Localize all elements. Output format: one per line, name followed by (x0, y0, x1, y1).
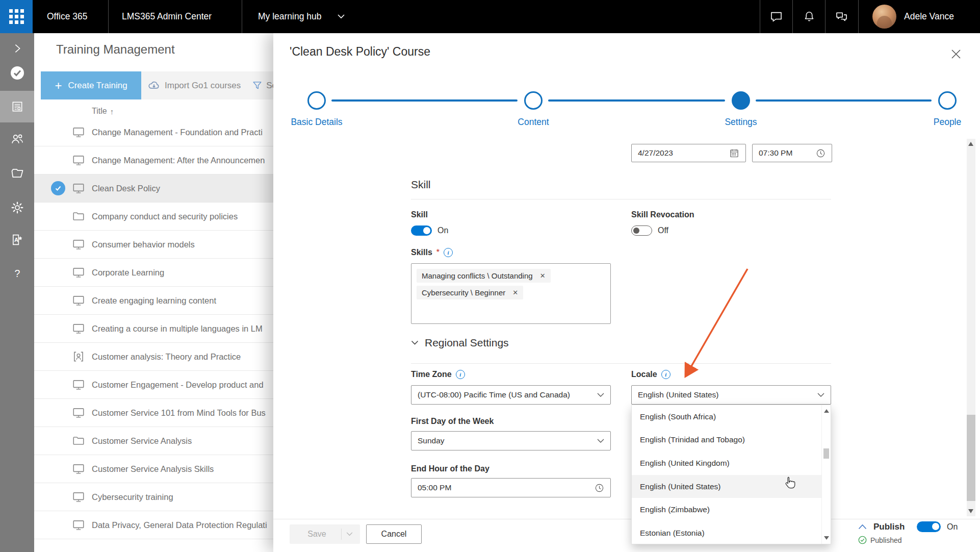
step-label[interactable]: Content (493, 117, 574, 128)
avatar[interactable] (872, 5, 896, 29)
stepper-step[interactable]: Settings (700, 91, 782, 128)
skill-tag-label: Managing conflicts \ Outstanding (422, 271, 533, 280)
course-row[interactable]: Creating a course in multiple languages … (34, 315, 273, 343)
cancel-button[interactable]: Cancel (366, 524, 422, 544)
start-date-input[interactable]: 4/27/2023 (631, 144, 746, 162)
nav-people[interactable] (0, 124, 34, 153)
info-icon[interactable]: i (444, 248, 453, 257)
step-circle-icon[interactable] (524, 91, 543, 110)
skill-revocation-state: Off (658, 226, 668, 235)
course-row[interactable]: Change Management: After the Announcemen (34, 146, 273, 174)
learning-hub-menu[interactable]: My learning hub (258, 0, 322, 33)
stepper-step[interactable]: Content (493, 91, 574, 128)
search-button[interactable]: Se (266, 81, 273, 91)
locale-option[interactable]: English (South Africa) (632, 405, 831, 429)
scrollbar-thumb[interactable] (967, 415, 975, 501)
chat-button[interactable] (760, 0, 792, 33)
import-go1-button[interactable]: Import Go1 courses (165, 81, 241, 91)
column-header-title[interactable]: Title ↑ (92, 107, 114, 116)
course-row[interactable]: Customer Service 101 from Mind Tools for… (34, 399, 273, 427)
locale-option[interactable]: English (Trinidad and Tobago) (632, 429, 831, 452)
nav-translation[interactable]: A (0, 225, 34, 254)
scroll-up-arrow[interactable] (824, 409, 829, 413)
timezone-select[interactable]: (UTC-08:00) Pacific Time (US and Canada) (411, 385, 611, 405)
office365-link[interactable]: Office 365 (47, 0, 87, 33)
close-button[interactable] (949, 47, 963, 61)
scrollbar-thumb[interactable] (823, 448, 829, 459)
course-row[interactable]: Customer analysis: Theory and Practice (34, 343, 273, 371)
skills-input[interactable]: Managing conflicts \ Outstanding ✕ Cyber… (411, 263, 611, 324)
publish-toggle[interactable] (917, 521, 941, 532)
locale-option-label: English (Trinidad and Tobago) (640, 435, 745, 444)
app-launcher-button[interactable] (0, 0, 33, 33)
course-row[interactable]: Corporate Learning (34, 259, 273, 287)
course-title: Company conduct and security policies (92, 212, 273, 221)
nav-course-catalog[interactable] (0, 159, 34, 188)
lms365-admin-app: Office 365 LMS365 Admin Center My learni… (0, 0, 980, 552)
scroll-down-arrow[interactable] (968, 509, 973, 513)
remove-tag-icon[interactable]: ✕ (540, 272, 546, 280)
course-row[interactable]: Company conduct and security policies (34, 203, 273, 231)
first-day-select[interactable]: Sunday (411, 431, 611, 450)
course-row[interactable]: Customer Service Analysis Skills (34, 455, 273, 483)
course-row[interactable]: Customer Service Analysis (34, 427, 273, 455)
modal-scrollbar[interactable] (967, 139, 975, 516)
start-time-input[interactable]: 07:30 PM (752, 144, 832, 162)
course-monitor-icon (71, 406, 86, 420)
save-button[interactable]: Save (290, 524, 360, 544)
locale-select[interactable]: English (United States) (631, 385, 831, 405)
nav-lms365-home[interactable] (0, 59, 34, 87)
course-row[interactable]: Cybersecurity training (34, 483, 273, 511)
info-icon[interactable]: i (456, 370, 465, 379)
user-name[interactable]: Adele Vance (904, 0, 954, 33)
step-label[interactable]: Basic Details (276, 117, 357, 128)
stepper-step[interactable]: Basic Details (276, 91, 357, 128)
locale-option[interactable]: English (United States) (632, 475, 831, 498)
course-row[interactable]: Consumer behavior models (34, 231, 273, 259)
step-circle-icon[interactable] (732, 91, 750, 110)
skill-revocation-toggle[interactable] (631, 225, 652, 236)
step-label[interactable]: Settings (700, 117, 782, 128)
course-title: Create engaging learning content (92, 296, 273, 306)
regional-settings-heading[interactable]: Regional Settings (411, 337, 509, 349)
stepper-line (756, 99, 932, 102)
create-training-button[interactable]: + Create Training (41, 71, 141, 99)
dropdown-scrollbar[interactable] (821, 405, 831, 544)
course-title: Customer Service 101 from Mind Tools for… (92, 408, 273, 418)
stepper-step[interactable]: People (907, 91, 980, 128)
course-row[interactable]: Clean Desk Policy (34, 174, 273, 203)
step-label[interactable]: People (907, 117, 980, 128)
nav-settings[interactable] (0, 193, 34, 222)
locale-option-label: English (United Kingdom) (640, 459, 730, 468)
step-circle-icon[interactable] (938, 91, 957, 110)
feedback-button[interactable] (826, 0, 858, 33)
chevron-down-icon[interactable] (338, 14, 345, 19)
nav-help[interactable]: ? (0, 259, 34, 288)
step-circle-icon[interactable] (307, 91, 326, 110)
scroll-up-arrow[interactable] (968, 142, 973, 146)
collapse-publish-button[interactable] (858, 524, 867, 530)
translation-icon: A (10, 233, 24, 247)
locale-label: Locale i (631, 370, 670, 379)
remove-tag-icon[interactable]: ✕ (512, 289, 518, 296)
locale-option[interactable]: Estonian (Estonia) (632, 521, 831, 545)
scroll-down-arrow[interactable] (824, 536, 829, 540)
notifications-button[interactable] (793, 0, 825, 33)
nav-training-management[interactable] (0, 91, 34, 122)
course-row[interactable]: Data Privacy, General Data Protection Re… (34, 511, 273, 539)
left-nav-rail: A ? (0, 33, 34, 552)
course-row[interactable]: Customer Engagement - Develop product an… (34, 371, 273, 399)
end-hour-input[interactable]: 05:00 PM (411, 478, 611, 497)
locale-option[interactable]: English (United Kingdom) (632, 451, 831, 475)
locale-option[interactable]: English (Zimbabwe) (632, 498, 831, 521)
skill-toggle[interactable] (411, 225, 432, 236)
course-row[interactable]: Change Management - Foundation and Pract… (34, 118, 273, 146)
admin-center-link[interactable]: LMS365 Admin Center (122, 0, 212, 33)
course-monitor-icon (71, 490, 86, 504)
training-management-panel: Training Management + Create Training Im… (34, 33, 273, 552)
required-asterisk: * (436, 248, 440, 257)
person-card-icon (71, 349, 86, 364)
info-icon[interactable]: i (661, 370, 670, 379)
publish-label: Publish (873, 522, 905, 532)
course-row[interactable]: Create engaging learning content (34, 287, 273, 315)
